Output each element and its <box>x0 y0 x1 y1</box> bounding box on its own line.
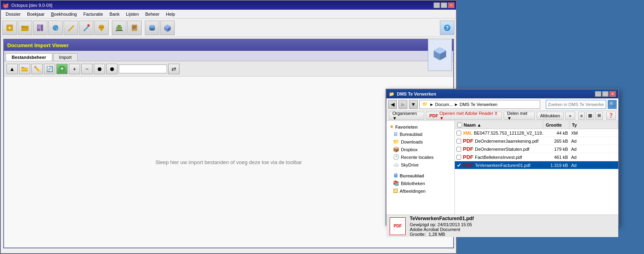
icon-panel <box>428 39 452 71</box>
file-checkbox[interactable] <box>456 163 461 168</box>
files-header: Naam ▲ Grootte Ty <box>455 121 618 129</box>
tree-item-skydrive[interactable]: ☁️ SkyDrive <box>386 161 454 169</box>
tree-item-bibliotheken[interactable]: 📚 Bibliotheken <box>386 179 454 187</box>
dms-more-button[interactable]: » <box>565 112 575 120</box>
toolbar-cube-button[interactable] <box>160 21 175 35</box>
file-row[interactable]: PDF TeVerwerkenFacturen01.pdf 1.319 kB A… <box>455 161 618 169</box>
dms-dialog: 📁 DMS Te Verwerken _ □ × ◀ ▶ ▼ 📁 ► Docum… <box>386 89 619 226</box>
dms-view-list-button[interactable]: ≡ <box>578 112 585 120</box>
dms-search-button[interactable]: 🔍 <box>608 100 617 109</box>
dv-plus-button[interactable]: + <box>69 64 80 74</box>
dms-open-adobe-button[interactable]: PDFOpenen met Adobe Reader X ▼ <box>426 112 502 120</box>
toolbar-tool2-button[interactable] <box>64 21 78 35</box>
toolbar-stamp2-button[interactable] <box>127 21 142 35</box>
dms-organise-button[interactable]: Organiseren ▼ <box>389 112 424 120</box>
menu-facturatie[interactable]: Facturatie <box>80 11 106 17</box>
files-list: XML BE0477.525.753_121128_V2_119.xml 44 … <box>455 129 618 169</box>
header-grootte[interactable]: Grootte <box>543 121 570 129</box>
dms-folder-path-icon: 📁 <box>422 102 428 107</box>
div-placeholder-text: Sleep hier uw import bestanden of voeg d… <box>155 159 302 165</box>
dms-print-button[interactable]: Afdrukken <box>537 112 564 120</box>
dms-share-button[interactable]: Delen met ▼ <box>504 112 535 120</box>
dms-search-input[interactable] <box>546 100 606 109</box>
file-checkbox[interactable] <box>456 155 461 160</box>
dms-help-button[interactable]: ❓ <box>606 112 616 120</box>
tree-item-dropbox[interactable]: 📦 Dropbox <box>386 146 454 153</box>
dms-body: ★ Favorieten 🖥 Bureaublad 📁 Downloads 📦 … <box>386 121 618 214</box>
menu-bank[interactable]: Bank <box>106 11 123 17</box>
file-size-cell: 1.319 kB <box>543 163 570 168</box>
dms-view-icon-button[interactable]: ⊞ <box>595 112 603 120</box>
toolbar-db-button[interactable] <box>145 21 159 35</box>
dv-refresh-button[interactable]: 🔄 <box>44 64 55 74</box>
toolbar-open-button[interactable] <box>18 21 32 35</box>
dms-title-text: DMS Te Verwerken <box>397 92 436 96</box>
file-row[interactable]: XML BE0477.525.753_121128_V2_119.xml 44 … <box>455 129 618 137</box>
toolbar-tool1-button[interactable]: 🔧 <box>48 21 63 35</box>
dms-address-path[interactable]: 📁 ► Docum... ► DMS Te Verwerken <box>419 100 540 109</box>
file-name-cell: PDF TeVerwerkenFacturen01.pdf <box>455 162 543 168</box>
tree-item-afbeeldingen[interactable]: 🖼 Afbeeldingen <box>386 187 454 195</box>
menu-lijsten[interactable]: Lijsten <box>123 11 142 17</box>
tree-item-label: Bureaublad <box>400 173 424 178</box>
dms-minimize-button[interactable]: _ <box>595 91 601 97</box>
menu-boekhouding[interactable]: Boekhouding <box>48 11 80 17</box>
header-type[interactable]: Ty <box>570 121 618 129</box>
toolbar-help-button[interactable]: ? <box>440 21 454 35</box>
dv-up-button[interactable]: ▲ <box>6 64 18 74</box>
menu-beheer[interactable]: Beheer <box>142 11 163 17</box>
pdf-file-icon: PDF <box>463 138 473 144</box>
file-row[interactable]: PDF DeOndernemerStatuten.pdf 179 kB Ad <box>455 145 618 153</box>
file-checkbox[interactable] <box>456 139 461 144</box>
toolbar-new-button[interactable]: + <box>2 21 17 35</box>
file-type-cell: Ad <box>570 147 618 152</box>
tree-item-bureaublad1[interactable]: 🖥 Bureaublad <box>386 130 454 138</box>
dms-maximize-button[interactable]: □ <box>602 91 609 97</box>
dms-close-button[interactable]: × <box>609 91 616 97</box>
dv-circle2-button[interactable]: ⏺ <box>106 64 118 74</box>
dms-forward-button[interactable]: ▶ <box>398 100 407 109</box>
dms-back-button[interactable]: ◀ <box>388 100 397 109</box>
dv-folder-button[interactable] <box>19 64 30 74</box>
minimize-button[interactable]: _ <box>433 2 440 8</box>
file-row[interactable]: PDF DeOndernemerJaarrekening.pdf 265 kB … <box>455 137 618 145</box>
dv-share-button[interactable]: ⇄ <box>168 64 180 74</box>
div-title-text: Document Import Viewer <box>7 42 69 48</box>
xml-file-icon: XML <box>463 131 472 135</box>
dv-minus-button[interactable]: − <box>81 64 93 74</box>
svg-text:🔧: 🔧 <box>53 25 59 31</box>
dv-edit-button[interactable]: ✏️ <box>31 64 43 74</box>
dv-circle1-button[interactable]: ⏺ <box>94 64 105 74</box>
header-naam[interactable]: Naam ▲ <box>455 121 543 129</box>
toolbar-tool3-button[interactable] <box>79 21 93 35</box>
dv-add-button[interactable]: + <box>56 64 68 74</box>
dms-files-panel: Naam ▲ Grootte Ty XML BE0477.525.753_121… <box>455 121 618 214</box>
menu-boekjaar[interactable]: Boekjaar <box>24 11 47 17</box>
maximize-button[interactable]: □ <box>441 2 447 8</box>
file-checkbox[interactable] <box>456 131 461 135</box>
svg-text:+: + <box>60 65 64 72</box>
preview-pdf-icon: PDF <box>390 217 406 235</box>
tree-item-recente-locaties[interactable]: 🕐 Recente locaties <box>386 153 454 161</box>
file-row[interactable]: PDF FactBellekensInvest.pdf 461 kB Ad <box>455 153 618 161</box>
tree-bureaublad2-header[interactable]: 🖥 Bureaublad <box>386 172 454 179</box>
tab-bestandsbeheer[interactable]: Bestandsbeheer <box>6 53 52 61</box>
dms-down-button[interactable]: ▼ <box>409 100 418 109</box>
tree-item-downloads[interactable]: 📁 Downloads <box>386 138 454 146</box>
tab-import[interactable]: Import <box>53 53 78 61</box>
menu-help[interactable]: Help <box>163 11 178 17</box>
tree-item-label: Bureaublad <box>400 132 422 137</box>
dv-search-input[interactable] <box>119 65 167 73</box>
menu-dossier[interactable]: Dossier <box>2 11 24 17</box>
file-checkbox[interactable] <box>456 147 461 152</box>
toolbar-stamp-button[interactable] <box>112 21 126 35</box>
dms-toolbar2: Organiseren ▼ PDFOpenen met Adobe Reader… <box>386 110 618 121</box>
svg-rect-16 <box>132 26 136 27</box>
file-size-cell: 44 kB <box>543 131 570 135</box>
toolbar-book-button[interactable] <box>33 21 47 35</box>
close-button[interactable]: × <box>448 2 454 8</box>
preview-modified: Gewijzigd op: 24/01/2013 15:05 <box>410 222 474 227</box>
select-all-checkbox[interactable] <box>457 123 462 127</box>
dms-view-details-button[interactable]: ▦ <box>586 112 594 120</box>
toolbar-tool4-button[interactable] <box>94 21 109 35</box>
